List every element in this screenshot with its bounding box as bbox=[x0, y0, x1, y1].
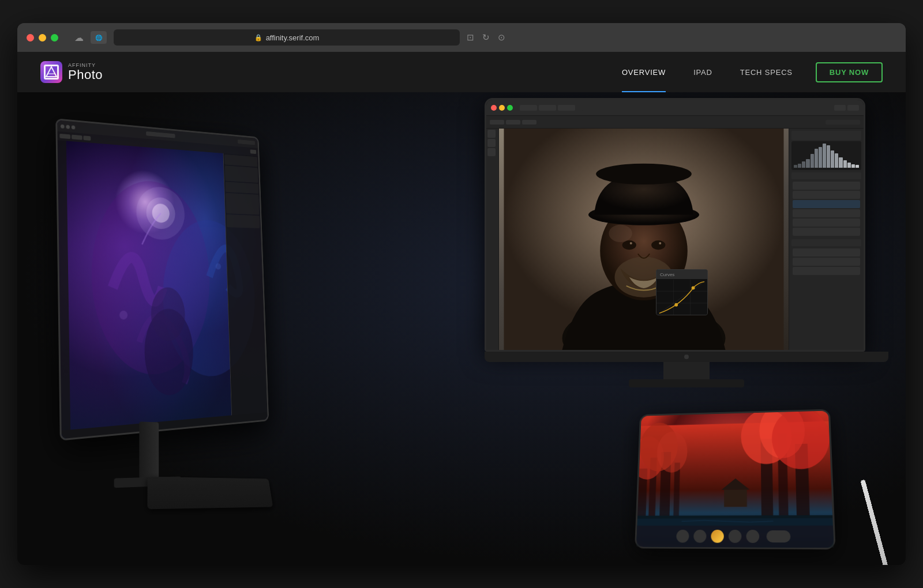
adjustment-item bbox=[793, 191, 860, 199]
toolbar-icon bbox=[558, 105, 575, 111]
adjustment-item-active bbox=[793, 200, 860, 208]
left-app-dot-2 bbox=[66, 125, 70, 129]
menu-right bbox=[826, 120, 860, 125]
svg-point-17 bbox=[651, 240, 665, 250]
panel-item bbox=[226, 182, 259, 194]
menu-item bbox=[522, 120, 536, 125]
traffic-lights bbox=[27, 34, 58, 42]
tab-favicon[interactable]: 🌐 bbox=[91, 31, 107, 44]
app-right-panel bbox=[789, 129, 864, 350]
svg-point-18 bbox=[630, 242, 632, 244]
curves-header: Curves bbox=[656, 270, 707, 279]
nav-links: OVERVIEW IPAD TECH SPECS BUY NOW bbox=[608, 52, 883, 92]
portrait-photo: Curves bbox=[499, 129, 789, 350]
panel-section-header-2 bbox=[791, 239, 861, 246]
maximize-button[interactable] bbox=[51, 34, 58, 42]
toolbar-icon bbox=[539, 105, 556, 111]
ipad-tool-4 bbox=[729, 530, 742, 543]
close-button[interactable] bbox=[27, 34, 34, 42]
layer-item bbox=[793, 258, 860, 266]
left-canvas-area bbox=[66, 141, 231, 429]
stand-neck bbox=[139, 421, 159, 480]
product-name: Photo bbox=[68, 68, 103, 82]
histogram-section bbox=[791, 131, 861, 170]
adjustments-panel bbox=[791, 180, 861, 237]
histogram-bar bbox=[811, 154, 814, 168]
svg-point-19 bbox=[659, 242, 661, 244]
toolbar-item bbox=[250, 149, 257, 154]
toolbar-title bbox=[581, 105, 628, 111]
right-stand-neck bbox=[663, 362, 710, 379]
main-canvas: Curves bbox=[499, 129, 789, 350]
nav-ipad[interactable]: IPAD bbox=[680, 52, 726, 92]
app-min-dot bbox=[499, 105, 505, 111]
panel-item bbox=[225, 165, 258, 183]
histogram-bar bbox=[847, 163, 851, 168]
affinity-logo-icon bbox=[40, 61, 62, 83]
curves-svg bbox=[656, 279, 707, 315]
cloud-icon[interactable]: ☁ bbox=[74, 32, 84, 43]
svg-point-20 bbox=[609, 225, 632, 242]
navigation: AFFINITY Photo OVERVIEW IPAD TECH SPECS … bbox=[17, 52, 906, 92]
histogram-bar bbox=[851, 164, 855, 168]
tool-icon bbox=[487, 148, 496, 156]
histogram-bar bbox=[798, 164, 801, 168]
address-bar[interactable]: 🔒 affinity.serif.com bbox=[114, 29, 460, 46]
histogram-bar bbox=[802, 161, 805, 168]
right-monitor-screen: Curves bbox=[485, 98, 865, 352]
left-monitor bbox=[46, 104, 323, 519]
left-app-ui bbox=[57, 120, 268, 439]
monitor-chin bbox=[485, 352, 888, 362]
svg-line-25 bbox=[659, 282, 704, 314]
curves-panel: Curves bbox=[656, 269, 708, 315]
histogram-bar bbox=[819, 147, 822, 168]
adjustment-item bbox=[793, 209, 860, 217]
menu-item bbox=[490, 120, 504, 125]
nav-overview[interactable]: OVERVIEW bbox=[608, 52, 680, 92]
panel-item bbox=[224, 154, 258, 167]
affinity-app-ui: Curves bbox=[486, 100, 864, 350]
svg-point-16 bbox=[622, 240, 636, 250]
left-app-dot-1 bbox=[61, 124, 65, 128]
layer-item bbox=[793, 248, 860, 257]
tool-icon bbox=[487, 139, 496, 147]
website-content: AFFINITY Photo OVERVIEW IPAD TECH SPECS … bbox=[17, 52, 906, 565]
app-close-dot bbox=[491, 105, 497, 111]
ipad-mode-toggle bbox=[766, 530, 790, 542]
logo-text: AFFINITY Photo bbox=[68, 62, 103, 82]
monitor-camera bbox=[684, 355, 689, 359]
ipad-tool-3-active bbox=[711, 530, 723, 543]
buy-now-button[interactable]: BUY NOW bbox=[816, 62, 883, 82]
app-titlebar bbox=[486, 100, 864, 116]
art-canvas bbox=[57, 120, 268, 439]
history-icon[interactable]: ⊙ bbox=[498, 32, 505, 43]
refresh-icon[interactable]: ↻ bbox=[482, 32, 490, 43]
histogram-header bbox=[791, 131, 861, 140]
histogram-bar bbox=[815, 149, 818, 168]
app-max-dot bbox=[507, 105, 513, 111]
logo-area[interactable]: AFFINITY Photo bbox=[40, 61, 103, 83]
share-icon[interactable]: ⊡ bbox=[467, 32, 474, 43]
right-stand-base bbox=[629, 379, 744, 387]
right-monitor-stand bbox=[485, 362, 888, 387]
ipad-tool-1 bbox=[676, 530, 689, 543]
ipad-tool-2 bbox=[693, 530, 706, 543]
toolbar-icon bbox=[520, 105, 537, 111]
toolbar-actions: ⊡ ↻ ⊙ bbox=[467, 32, 505, 43]
histogram-bar bbox=[835, 153, 838, 168]
histogram-bar bbox=[856, 165, 859, 168]
devices-container: Curves bbox=[17, 92, 906, 565]
svg-point-26 bbox=[674, 303, 678, 307]
nav-tech-specs[interactable]: TECH SPECS bbox=[726, 52, 806, 92]
histogram-bar bbox=[827, 145, 830, 168]
menu-item bbox=[506, 120, 520, 125]
minimize-button[interactable] bbox=[39, 34, 46, 42]
apple-pencil bbox=[860, 480, 888, 565]
adjustment-item bbox=[793, 228, 860, 236]
panel-item bbox=[226, 193, 259, 215]
left-monitor-screen-inner bbox=[57, 120, 268, 439]
left-monitor-stand bbox=[138, 421, 159, 484]
browser-window: ☁ 🌐 🔒 affinity.serif.com ⊡ ↻ ⊙ bbox=[17, 23, 906, 565]
url-text: affinity.serif.com bbox=[266, 33, 320, 42]
histogram-bar bbox=[831, 150, 834, 168]
